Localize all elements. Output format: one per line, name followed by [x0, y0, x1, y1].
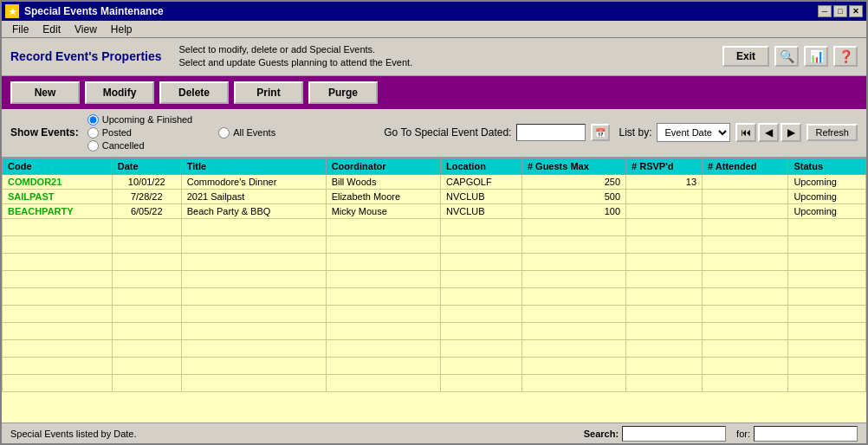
col-header-title: Title: [181, 158, 326, 174]
search-input[interactable]: [622, 426, 726, 442]
chart-button[interactable]: 📊: [804, 46, 828, 67]
goto-input[interactable]: [516, 124, 586, 141]
window-controls: ─ □ ✕: [818, 5, 863, 17]
radio-cancelled[interactable]: Cancelled: [87, 140, 193, 152]
radio-posted[interactable]: Posted: [87, 127, 193, 139]
table-row-empty: [3, 357, 866, 374]
cell-location: NVCLUB: [441, 189, 522, 203]
close-button[interactable]: ✕: [849, 5, 863, 17]
app-icon: ★: [5, 4, 19, 18]
print-button[interactable]: Print: [234, 81, 303, 104]
table-row-empty: [3, 322, 866, 339]
cell-title: Commodore's Dinner: [181, 174, 326, 189]
header-buttons: Exit 🔍 📊 ❓: [722, 46, 858, 67]
for-label: for:: [736, 429, 750, 439]
radio-upcoming[interactable]: Upcoming & Finished: [87, 114, 193, 126]
title-bar: ★ Special Events Maintenance ─ □ ✕: [2, 2, 866, 21]
cell-guests-max: 250: [521, 174, 625, 189]
listby-select[interactable]: Event Date Code Title: [657, 123, 730, 142]
search-section: Search: for:: [584, 426, 858, 442]
cell-title: Beach Party & BBQ: [181, 203, 326, 218]
toolbar: New Modify Delete Print Purge: [2, 76, 866, 109]
menu-edit[interactable]: Edit: [36, 22, 68, 37]
cell-attended: [703, 174, 788, 189]
radio-all-events[interactable]: All Events: [218, 127, 275, 139]
refresh-button[interactable]: Refresh: [806, 124, 858, 141]
cell-status: Upcoming: [788, 174, 866, 189]
cell-code: COMDOR21: [3, 174, 113, 189]
col-header-attended: # Attended: [703, 158, 788, 174]
cell-rsvpd: 13: [626, 174, 703, 189]
cell-title: 2021 Sailpast: [181, 189, 326, 203]
maximize-button[interactable]: □: [833, 5, 847, 17]
main-window: ★ Special Events Maintenance ─ □ ✕ File …: [0, 0, 868, 445]
table-row-empty: [3, 253, 866, 270]
cell-location: NVCLUB: [441, 203, 522, 218]
col-header-guests-max: # Guests Max: [521, 158, 625, 174]
col-header-status: Status: [788, 158, 866, 174]
table-header-row: Code Date Title Coordinator Location # G…: [3, 158, 866, 174]
modify-button[interactable]: Modify: [85, 81, 154, 104]
cell-code: SAILPAST: [3, 189, 113, 203]
cell-date: 7/28/22: [112, 189, 181, 203]
col-header-coordinator: Coordinator: [326, 158, 440, 174]
cell-date: 10/01/22: [112, 174, 181, 189]
menu-view[interactable]: View: [68, 22, 104, 37]
filter-bar: Show Events: Upcoming & Finished Posted …: [2, 109, 866, 158]
goto-label: Go To Special Event Dated:: [384, 126, 511, 139]
window-title: Special Events Maintenance: [24, 5, 818, 17]
listby-section: List by: Event Date Code Title ⏮ ◀ ▶ Ref…: [619, 123, 858, 142]
cell-rsvpd: [626, 203, 703, 218]
table-row-empty: [3, 305, 866, 322]
content-area: Record Event's Properties Select to modi…: [2, 38, 866, 443]
search-label: Search:: [584, 429, 619, 439]
cell-code: BEACHPARTY: [3, 203, 113, 218]
cell-attended: [703, 189, 788, 203]
nav-prev-button[interactable]: ◀: [758, 123, 779, 142]
table-row[interactable]: COMDOR21 10/01/22 Commodore's Dinner Bil…: [3, 174, 866, 189]
calendar-button[interactable]: 📅: [591, 124, 610, 141]
menu-file[interactable]: File: [5, 22, 36, 37]
table-row-empty: [3, 374, 866, 391]
purge-button[interactable]: Purge: [308, 81, 378, 104]
cell-attended: [703, 203, 788, 218]
menu-help[interactable]: Help: [104, 22, 139, 37]
delete-button[interactable]: Delete: [159, 81, 229, 104]
status-text: Special Events listed by Date.: [10, 429, 584, 439]
cell-guests-max: 500: [521, 189, 625, 203]
nav-next-button[interactable]: ▶: [781, 123, 801, 142]
cell-location: CAPGOLF: [441, 174, 522, 189]
table-row-empty: [3, 218, 866, 235]
table-row[interactable]: BEACHPARTY 6/05/22 Beach Party & BBQ Mic…: [3, 203, 866, 218]
table-container: Code Date Title Coordinator Location # G…: [2, 158, 866, 422]
binoculars-button[interactable]: 🔍: [774, 46, 799, 67]
goto-section: Go To Special Event Dated: 📅: [384, 124, 610, 141]
status-bar: Special Events listed by Date. Search: f…: [2, 422, 866, 443]
table-row-empty: [3, 287, 866, 305]
col-header-rsvpd: # RSVP'd: [626, 158, 703, 174]
show-events-radio-group: Upcoming & Finished Posted Cancelled: [87, 114, 193, 152]
filter-right: Go To Special Event Dated: 📅 List by: Ev…: [384, 123, 858, 142]
menu-bar: File Edit View Help: [2, 21, 866, 38]
col-header-date: Date: [112, 158, 181, 174]
cell-coordinator: Micky Mouse: [326, 203, 440, 218]
help-icon-button[interactable]: ❓: [833, 46, 858, 67]
for-input[interactable]: [754, 426, 858, 442]
record-title: Record Event's Properties: [10, 49, 162, 63]
record-header: Record Event's Properties Select to modi…: [2, 38, 866, 76]
nav-buttons: ⏮ ◀ ▶: [735, 123, 801, 142]
show-events-label: Show Events:: [10, 126, 79, 139]
exit-button[interactable]: Exit: [722, 46, 769, 67]
table-row-empty: [3, 235, 866, 253]
new-button[interactable]: New: [10, 81, 80, 104]
table-row[interactable]: SAILPAST 7/28/22 2021 Sailpast Elizabeth…: [3, 189, 866, 203]
col-header-location: Location: [441, 158, 522, 174]
minimize-button[interactable]: ─: [818, 5, 832, 17]
cell-rsvpd: [626, 189, 703, 203]
table-row-empty: [3, 339, 866, 357]
cell-guests-max: 100: [521, 203, 625, 218]
listby-label: List by:: [619, 126, 651, 139]
record-description: Select to modify, delete or add Special …: [179, 43, 413, 70]
table-row-empty: [3, 270, 866, 287]
nav-first-button[interactable]: ⏮: [735, 123, 756, 142]
